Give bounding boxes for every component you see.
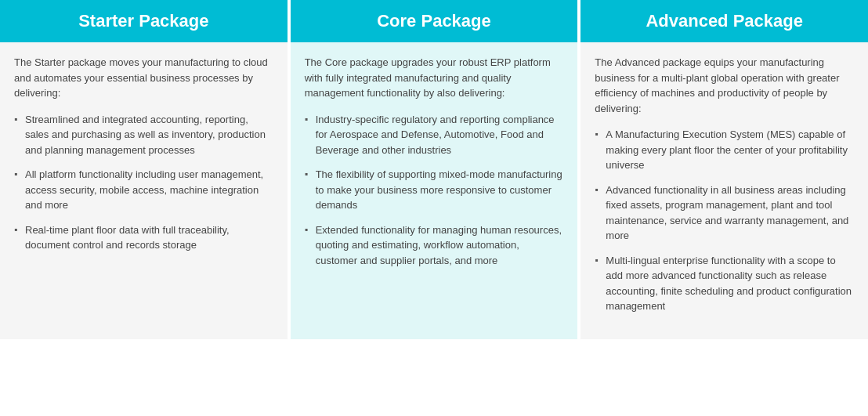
list-item: Extended functionality for managing huma…: [305, 222, 564, 269]
package-col-starter: Starter PackageThe Starter package moves…: [0, 0, 288, 339]
list-item: Industry-specific regulatory and reporti…: [305, 112, 564, 158]
package-header-core: Core Package: [291, 0, 578, 42]
list-item: Advanced functionality in all business a…: [595, 183, 854, 244]
package-list-core: Industry-specific regulatory and reporti…: [305, 112, 564, 269]
list-item: All platform functionality including use…: [14, 167, 273, 213]
package-body-core: The Core package upgrades your robust ER…: [291, 42, 578, 339]
package-body-starter: The Starter package moves your manufactu…: [0, 42, 288, 339]
package-body-advanced: The Advanced package equips your manufac…: [580, 42, 868, 339]
package-header-starter: Starter Package: [0, 0, 288, 42]
list-item: Multi-lingual enterprise functionality w…: [595, 253, 854, 314]
package-col-advanced: Advanced PackageThe Advanced package equ…: [580, 0, 868, 339]
package-list-starter: Streamlined and integrated accounting, r…: [14, 112, 273, 253]
package-header-advanced: Advanced Package: [580, 0, 868, 42]
list-item: Real-time plant floor data with full tra…: [14, 222, 273, 253]
list-item: A Manufacturing Execution System (MES) c…: [595, 127, 854, 173]
package-list-advanced: A Manufacturing Execution System (MES) c…: [595, 127, 854, 314]
package-intro-core: The Core package upgrades your robust ER…: [305, 55, 564, 101]
list-item: Streamlined and integrated accounting, r…: [14, 112, 273, 158]
package-col-core: Core PackageThe Core package upgrades yo…: [291, 0, 578, 339]
packages-container: Starter PackageThe Starter package moves…: [0, 0, 868, 339]
list-item: The flexibility of supporting mixed-mode…: [305, 167, 564, 213]
package-intro-starter: The Starter package moves your manufactu…: [14, 55, 273, 101]
package-intro-advanced: The Advanced package equips your manufac…: [595, 55, 854, 116]
